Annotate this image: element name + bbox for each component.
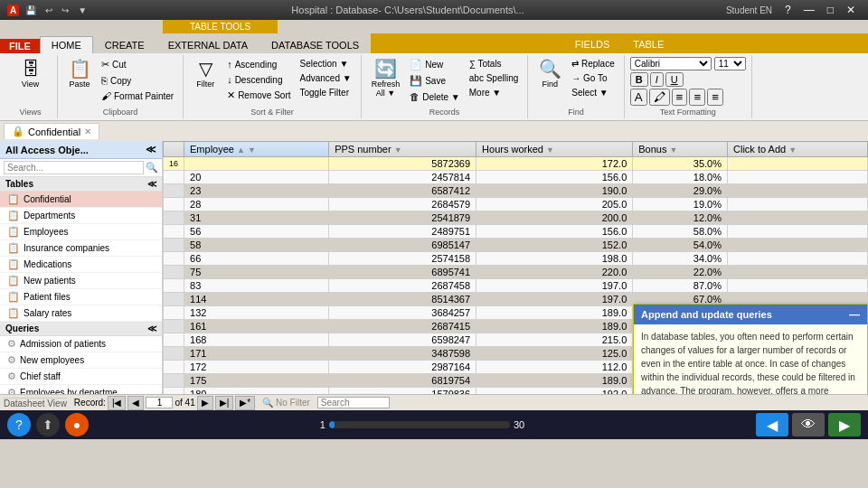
col-pps[interactable]: PPS number ▼: [329, 142, 476, 157]
row-selector[interactable]: [164, 374, 184, 388]
table-row[interactable]: 562489751156.058.0%: [164, 225, 868, 239]
row-selector[interactable]: 16: [164, 157, 184, 171]
col-employee[interactable]: Employee ▲ ▼: [184, 142, 329, 157]
record-taskbar-btn[interactable]: ●: [65, 413, 89, 436]
more-button[interactable]: More ▼: [466, 86, 522, 99]
help-taskbar-btn[interactable]: ?: [7, 413, 31, 436]
sidebar-item-departments[interactable]: 📋 Departments: [0, 208, 162, 224]
hours-filter-arrow[interactable]: ▼: [546, 145, 554, 155]
row-selector[interactable]: [164, 388, 184, 395]
row-selector[interactable]: [164, 266, 184, 279]
row-selector[interactable]: [164, 293, 184, 306]
row-selector[interactable]: [164, 361, 184, 374]
confidential-tab[interactable]: 🔒 Confidential ✕: [4, 123, 99, 139]
maximize-btn[interactable]: □: [822, 0, 839, 20]
prev-record-btn[interactable]: ◀: [127, 396, 144, 410]
save-record-button[interactable]: 💾 Save: [406, 73, 464, 89]
table-row[interactable]: 165872369172.035.0%: [164, 157, 868, 171]
sidebar-item-admission[interactable]: ⚙ Admission of patients: [0, 336, 162, 352]
table-row[interactable]: 756895741220.022.0%: [164, 266, 868, 279]
click-to-add-arrow[interactable]: ▼: [788, 145, 797, 155]
close-btn[interactable]: ✕: [841, 0, 861, 20]
selection-button[interactable]: Selection ▼: [297, 57, 355, 70]
sidebar-item-medications[interactable]: 📋 Medications: [0, 257, 162, 273]
view-button[interactable]: 🗄 View: [14, 57, 47, 91]
col-bonus[interactable]: Bonus ▼: [633, 142, 728, 157]
row-selector[interactable]: [164, 252, 184, 266]
select-button[interactable]: Select ▼: [568, 86, 618, 99]
grid-search-input[interactable]: [317, 397, 390, 408]
row-selector[interactable]: [164, 333, 184, 347]
filter-button[interactable]: ▽ Filter: [189, 57, 222, 91]
row-selector[interactable]: [164, 198, 184, 211]
row-selector[interactable]: [164, 225, 184, 239]
row-selector[interactable]: [164, 184, 184, 198]
row-selector[interactable]: [164, 320, 184, 333]
align-left-button[interactable]: ≡: [672, 89, 688, 106]
table-row[interactable]: 586985147152.054.0%: [164, 239, 868, 252]
descending-button[interactable]: ↓ Descending: [223, 72, 294, 87]
format-painter-button[interactable]: 🖌 Format Painter: [98, 89, 177, 103]
last-record-btn[interactable]: ▶|: [215, 396, 234, 410]
copy-button[interactable]: ⎘ Copy: [98, 73, 177, 88]
ascending-button[interactable]: ↑ Ascending: [223, 57, 294, 71]
col-hours[interactable]: Hours worked ▼: [476, 142, 633, 157]
advanced-button[interactable]: Advanced ▼: [297, 71, 355, 85]
tab-dbtools[interactable]: DATABASE TOOLS: [259, 36, 371, 53]
dropdown-btn[interactable]: ▼: [75, 5, 90, 15]
upload-taskbar-btn[interactable]: ⬆: [36, 413, 60, 436]
new-record-button[interactable]: 📄 New: [406, 57, 464, 72]
undo-btn[interactable]: ↩: [42, 5, 55, 15]
tab-create[interactable]: CREATE: [93, 36, 156, 53]
italic-button[interactable]: I: [650, 72, 664, 87]
section-tables[interactable]: Tables ≪: [0, 177, 162, 192]
taskbar-eye-btn[interactable]: 👁: [792, 413, 825, 436]
row-selector[interactable]: [164, 306, 184, 320]
refresh-button[interactable]: 🔄 RefreshAll ▼: [367, 57, 405, 100]
pps-filter-arrow[interactable]: ▼: [394, 145, 402, 155]
row-selector[interactable]: [164, 239, 184, 252]
find-button[interactable]: 🔍 Find: [533, 57, 566, 91]
align-center-button[interactable]: ≡: [689, 89, 705, 106]
first-record-btn[interactable]: |◀: [108, 396, 127, 410]
sidebar-item-newpatients[interactable]: 📋 New patients: [0, 273, 162, 289]
sidebar-item-employeesdept[interactable]: ⚙ Employees by departme...: [0, 385, 162, 394]
delete-button[interactable]: 🗑 Delete ▼: [406, 89, 464, 104]
paste-button[interactable]: 📋 Paste: [63, 57, 96, 91]
tooltip-close-btn[interactable]: —: [849, 308, 860, 321]
save-quick-btn[interactable]: 💾: [23, 5, 39, 15]
font-color-button[interactable]: A: [630, 89, 647, 106]
totals-button[interactable]: ∑ Totals: [466, 57, 522, 70]
minimize-btn[interactable]: —: [798, 0, 820, 20]
goto-button[interactable]: → Go To: [568, 71, 618, 85]
table-row[interactable]: 312541879200.012.0%: [164, 211, 868, 225]
table-row[interactable]: 832687458197.087.0%: [164, 279, 868, 293]
table-row[interactable]: 202457814156.018.0%: [164, 171, 868, 184]
next-record-btn[interactable]: ▶: [197, 396, 213, 410]
table-row[interactable]: 662574158198.034.0%: [164, 252, 868, 266]
sidebar-item-patientfiles[interactable]: 📋 Patient files: [0, 289, 162, 305]
sidebar-item-chiefstaff[interactable]: ⚙ Chief staff: [0, 369, 162, 385]
sidebar-item-insurance[interactable]: 📋 Insurance companies: [0, 240, 162, 257]
row-selector[interactable]: [164, 171, 184, 184]
font-size-select[interactable]: 11: [714, 57, 746, 70]
taskbar-back-btn[interactable]: ◀: [756, 413, 788, 436]
redo-btn[interactable]: ↪: [59, 5, 71, 15]
record-number-input[interactable]: [146, 397, 173, 408]
sidebar-item-salaryrates[interactable]: 📋 Salary rates: [0, 305, 162, 322]
highlight-button[interactable]: 🖍: [649, 89, 670, 106]
sidebar-item-employees[interactable]: 📋 Employees: [0, 224, 162, 240]
underline-button[interactable]: U: [665, 72, 684, 87]
tab-table[interactable]: TABLE: [621, 35, 675, 52]
row-selector[interactable]: [164, 211, 184, 225]
cut-button[interactable]: ✂ Cut: [98, 57, 177, 72]
font-select[interactable]: Calibri: [630, 57, 712, 70]
tab-home[interactable]: HOME: [40, 36, 93, 53]
spelling-button[interactable]: abc Spelling: [466, 71, 522, 85]
sidebar-toggle[interactable]: ≪: [146, 144, 156, 155]
col-click-to-add[interactable]: Click to Add ▼: [728, 142, 868, 157]
remove-sort-button[interactable]: ✕ Remove Sort: [223, 88, 294, 103]
row-selector[interactable]: [164, 279, 184, 293]
section-queries[interactable]: Queries ≪: [0, 322, 162, 336]
new-record-nav-btn[interactable]: ▶*: [235, 396, 255, 410]
